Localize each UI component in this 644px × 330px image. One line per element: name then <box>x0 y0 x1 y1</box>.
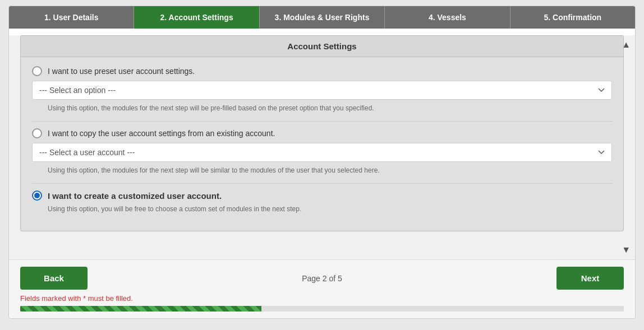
preset-hint: Using this option, the modules for the n… <box>48 104 612 112</box>
radio-button-custom[interactable] <box>32 190 42 201</box>
divider-2 <box>32 183 612 184</box>
radio-button-copy[interactable] <box>32 128 42 138</box>
copy-hint: Using this option, the modules for the n… <box>48 166 612 174</box>
tab-user-details[interactable]: 1. User Details <box>9 6 134 29</box>
radio-label-row-copy: I want to copy the user account settings… <box>32 128 612 138</box>
step-tabs: 1. User Details 2. Account Settings 3. M… <box>9 6 635 29</box>
tab-vessels[interactable]: 4. Vessels <box>385 6 510 29</box>
preset-dropdown[interactable]: --- Select an option --- <box>32 81 612 100</box>
radio-option-custom: I want to create a customized user accou… <box>32 190 612 213</box>
radio-button-preset[interactable] <box>32 66 42 76</box>
radio-text-custom: I want to create a customized user accou… <box>48 191 222 201</box>
back-button[interactable]: Back <box>20 267 88 290</box>
progress-bar <box>20 306 624 312</box>
footer: Back Page 2 of 5 Next Fields marked with… <box>9 259 635 318</box>
divider-1 <box>32 121 612 122</box>
footer-nav-row: Back Page 2 of 5 Next <box>20 267 624 290</box>
radio-option-copy: I want to copy the user account settings… <box>32 128 612 174</box>
section-body: I want to use preset user account settin… <box>21 57 623 231</box>
next-button[interactable]: Next <box>556 267 624 290</box>
radio-text-copy: I want to copy the user account settings… <box>48 129 275 138</box>
tab-account-settings[interactable]: 2. Account Settings <box>134 6 259 29</box>
custom-hint: Using this option, you will be free to c… <box>48 205 612 213</box>
scroll-up-icon[interactable]: ▲ <box>622 40 631 50</box>
page-indicator: Page 2 of 5 <box>302 274 342 283</box>
wizard-container: 1. User Details 2. Account Settings 3. M… <box>8 6 636 319</box>
validation-message: Fields marked with * must be filled. <box>20 294 624 303</box>
radio-option-preset: I want to use preset user account settin… <box>32 66 612 112</box>
tab-modules-user-rights[interactable]: 3. Modules & User Rights <box>260 6 385 29</box>
content-area: ▲ Account Settings I want to use preset … <box>9 35 635 259</box>
radio-label-row-preset: I want to use preset user account settin… <box>32 66 612 76</box>
progress-bar-fill <box>20 306 261 312</box>
tab-confirmation[interactable]: 5. Confirmation <box>510 6 635 29</box>
section-title: Account Settings <box>21 36 623 57</box>
radio-text-preset: I want to use preset user account settin… <box>48 67 195 76</box>
radio-label-row-custom: I want to create a customized user accou… <box>32 190 612 201</box>
section-box: Account Settings I want to use preset us… <box>20 35 624 231</box>
scroll-down-icon[interactable]: ▼ <box>622 245 631 255</box>
copy-dropdown[interactable]: --- Select a user account --- <box>32 143 612 162</box>
